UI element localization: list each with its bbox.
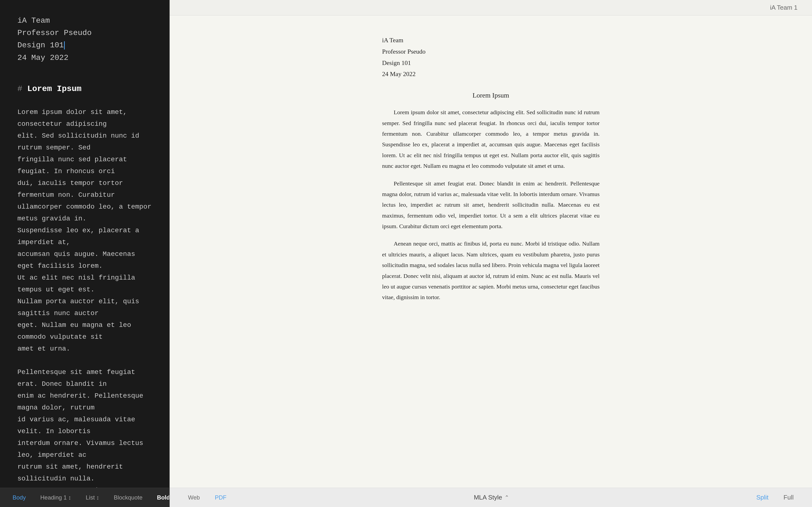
meta-line-3[interactable]: Design 101 xyxy=(17,39,152,51)
editor-heading: # Lorem Ipsum xyxy=(17,83,152,95)
meta-line-4: 24 May 2022 xyxy=(17,52,152,64)
preview-title: Lorem Ipsum xyxy=(382,92,600,99)
preview-paragraph-1: Lorem ipsum dolor sit amet, consectetur … xyxy=(382,107,600,171)
editor-paragraph-2: Pellentesque sit amet feugiat erat. Done… xyxy=(17,366,152,488)
preview-meta: iA Team Professor Pseudo Design 101 24 M… xyxy=(382,35,600,80)
editor-panel[interactable]: iA Team Professor Pseudo Design 101 24 M… xyxy=(0,0,169,488)
heading-text: Lorem Ipsum xyxy=(27,84,82,94)
tab-web[interactable]: Web xyxy=(184,493,204,502)
preview-meta-4: 24 May 2022 xyxy=(382,68,600,80)
bottom-combined-bar: Body Heading 1 ↕ List ↕ Blockquote Bold … xyxy=(0,488,812,507)
preview-document: iA Team Professor Pseudo Design 101 24 M… xyxy=(382,35,600,303)
toolbar-heading1[interactable]: Heading 1 ↕ xyxy=(35,488,77,507)
heading-hash: # xyxy=(17,84,27,94)
meta-line-1: iA Team xyxy=(17,14,152,27)
toolbar-list[interactable]: List ↕ xyxy=(81,488,105,507)
preview-header-label: iA Team 1 xyxy=(770,4,798,11)
preview-paragraph-3: Aenean neque orci, mattis ac finibus id,… xyxy=(382,238,600,302)
bottom-toolbar: Body Heading 1 ↕ List ↕ Blockquote Bold … xyxy=(0,488,169,507)
editor-meta: iA Team Professor Pseudo Design 101 24 M… xyxy=(17,14,152,64)
preview-header: iA Team 1 xyxy=(170,0,812,15)
editor-body[interactable]: Lorem ipsum dolor sit amet, consectetur … xyxy=(17,106,152,488)
style-selector-label: MLA Style xyxy=(474,494,502,501)
view-mode-buttons: Split Full xyxy=(753,492,798,503)
preview-content: iA Team Professor Pseudo Design 101 24 M… xyxy=(170,15,812,488)
style-selector[interactable]: MLA Style ⌃ xyxy=(474,494,509,501)
style-selector-chevron: ⌃ xyxy=(505,495,509,501)
view-split[interactable]: Split xyxy=(753,492,773,503)
preview-bottom-bar: Web PDF MLA Style ⌃ Split Full xyxy=(170,488,812,507)
toolbar-blockquote[interactable]: Blockquote xyxy=(108,488,148,507)
preview-meta-1: iA Team xyxy=(382,35,600,46)
text-cursor xyxy=(64,41,65,50)
tab-pdf[interactable]: PDF xyxy=(211,493,230,502)
editor-paragraph-1: Lorem ipsum dolor sit amet, consectetur … xyxy=(17,106,152,355)
preview-paragraph-2: Pellentesque sit amet feugiat erat. Done… xyxy=(382,178,600,232)
preview-meta-2: Professor Pseudo xyxy=(382,46,600,57)
preview-panel: iA Team 1 iA Team Professor Pseudo Desig… xyxy=(170,0,812,488)
preview-meta-3: Design 101 xyxy=(382,57,600,69)
preview-tab-buttons: Web PDF xyxy=(184,493,230,502)
meta-line-2: Professor Pseudo xyxy=(17,27,152,39)
toolbar-body[interactable]: Body xyxy=(7,488,31,507)
view-full[interactable]: Full xyxy=(779,492,798,503)
preview-body: Lorem ipsum dolor sit amet, consectetur … xyxy=(382,107,600,303)
